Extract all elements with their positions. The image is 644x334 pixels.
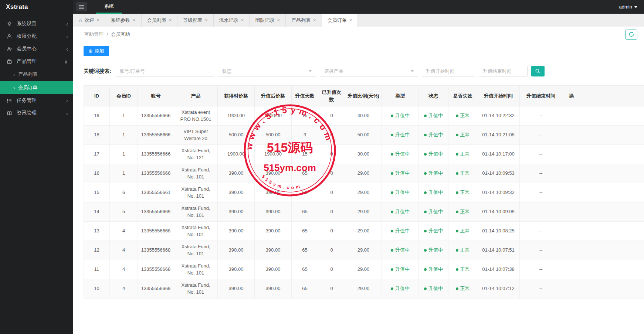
tab-close-icon[interactable]: × <box>241 17 244 23</box>
tab-close-icon[interactable]: × <box>205 17 208 23</box>
member-icon <box>7 46 15 52</box>
price-after: 390.00 <box>255 279 292 299</box>
end-time: -- <box>520 106 562 126</box>
operations <box>562 202 644 222</box>
end-time: -- <box>520 260 562 279</box>
search-button[interactable] <box>531 66 545 76</box>
breadcrumb-item[interactable]: 互助管理 <box>84 31 104 38</box>
start-time: 01-14 10:09:32 <box>477 183 520 202</box>
topnav-system[interactable]: 系统 <box>96 0 122 14</box>
column-header-10: 状态 <box>419 86 448 106</box>
start-time-input[interactable] <box>422 66 475 76</box>
caret-down-icon <box>634 6 637 8</box>
column-header-0: ID <box>84 86 110 106</box>
type-badge: 升值中 <box>382 126 419 145</box>
keyword-input[interactable] <box>116 66 214 76</box>
orders-table-wrap: ID会员ID账号产品获得时价格升值后价格升值天数已升值次数升值比例(天%)类型状… <box>84 85 644 299</box>
status-badge-label: 升值中 <box>428 132 443 137</box>
column-header-13: 升值结束时间 <box>520 86 562 106</box>
start-time: 01-14 10:07:38 <box>477 260 520 279</box>
sidebar-subitem-label: 会员订单 <box>18 84 37 91</box>
tab-close-icon[interactable]: × <box>96 17 99 23</box>
sidebar-item-5[interactable]: 资讯管理‹ <box>0 107 73 119</box>
price-acquired: 390.00 <box>218 183 255 202</box>
tab-close-icon[interactable]: × <box>349 17 352 23</box>
refresh-icon <box>628 31 634 37</box>
valid-badge-label: 正常 <box>460 209 470 214</box>
sidebar-item-2[interactable]: 会员中心‹ <box>0 42 73 55</box>
account: 13355556668 <box>138 279 174 299</box>
sidebar-subitem-3-0[interactable]: ›产品列表 <box>0 68 73 81</box>
start-time: 01-14 10:09:09 <box>477 202 520 222</box>
tab-1[interactable]: 系统参数× <box>105 14 142 27</box>
tab-label: 流水记录 <box>219 17 238 24</box>
green-dot-icon <box>391 268 393 271</box>
sidebar-item-label: 系统设置 <box>17 20 66 27</box>
product-select[interactable]: 选择产品 <box>320 66 418 76</box>
end-time: -- <box>520 241 562 260</box>
tab-2[interactable]: 会员列表× <box>142 14 178 27</box>
tab-5[interactable]: 团队记录× <box>250 14 286 27</box>
tab-close-icon[interactable]: × <box>169 17 172 23</box>
tab-4[interactable]: 流水记录× <box>214 14 250 27</box>
sidebar-item-1[interactable]: 权限分配‹ <box>0 30 73 42</box>
valid-badge: 正常 <box>448 164 477 183</box>
sidebar-item-3[interactable]: 产品管理∨ <box>0 55 73 68</box>
price-after: 390.00 <box>255 260 292 279</box>
tab-3[interactable]: 等级配置× <box>177 14 214 27</box>
type-badge-label: 升值中 <box>395 170 410 176</box>
appreciation-days: 65 <box>292 260 318 279</box>
status-select[interactable]: 状态 <box>218 66 316 76</box>
green-dot-icon <box>391 211 393 213</box>
tab-close-icon[interactable]: × <box>313 17 316 23</box>
valid-badge-label: 正常 <box>460 228 470 234</box>
sidebar-item-0[interactable]: 系统设置‹ <box>0 17 73 30</box>
appreciation-ratio: 29.00 <box>345 222 382 241</box>
start-time: 01-14 10:17:00 <box>477 145 520 164</box>
sidebar-item-4[interactable]: 任务管理‹ <box>0 94 73 107</box>
account: 13355556668 <box>138 241 174 260</box>
user-menu[interactable]: admin <box>619 4 637 10</box>
price-after: 1900.00 <box>255 145 292 164</box>
search-icon <box>535 68 540 74</box>
tab-0[interactable]: ⌂欢迎× <box>73 14 105 27</box>
valid-badge-label: 正常 <box>460 190 470 195</box>
sidebar-subitem-3-1[interactable]: ›会员订单 <box>0 81 73 94</box>
tab-close-icon[interactable]: × <box>133 17 136 23</box>
operations <box>562 164 644 183</box>
operations <box>562 241 644 260</box>
end-time-input[interactable] <box>479 66 528 76</box>
hamburger-menu-icon[interactable] <box>76 2 87 11</box>
order-id: 19 <box>84 106 110 126</box>
tab-7[interactable]: 会员订单× <box>322 14 358 27</box>
status-badge: 升值中 <box>419 126 448 145</box>
breadcrumb-separator: / <box>106 32 108 37</box>
tab-6[interactable]: 产品列表× <box>286 14 322 27</box>
green-dot-icon <box>456 230 458 232</box>
account: 13355556668 <box>138 222 174 241</box>
refresh-button[interactable] <box>625 30 637 40</box>
start-time: 01-14 10:08:25 <box>477 222 520 241</box>
status-badge: 升值中 <box>419 241 448 260</box>
status-badge: 升值中 <box>419 106 448 126</box>
chevron-down-icon <box>411 70 414 72</box>
tab-close-icon[interactable]: × <box>277 17 280 23</box>
sidebar-item-label: 会员中心 <box>17 45 66 52</box>
type-badge-label: 升值中 <box>395 266 410 272</box>
appreciation-ratio: 29.00 <box>345 202 382 222</box>
appreciation-ratio: 40.00 <box>345 106 382 126</box>
order-id: 13 <box>84 222 110 241</box>
green-dot-icon <box>424 287 427 290</box>
column-header-8: 升值比例(天%) <box>345 86 382 106</box>
app-root: Xstrata 系统设置‹权限分配‹会员中心‹产品管理∨›产品列表›会员订单任务… <box>0 0 644 334</box>
column-header-14: 操 <box>562 86 644 106</box>
valid-badge: 正常 <box>448 106 477 126</box>
sidebar-item-label: 资讯管理 <box>17 110 66 116</box>
add-button[interactable]: ⊕ 添加 <box>84 46 109 56</box>
home-icon: ⌂ <box>79 17 82 23</box>
order-id: 16 <box>84 164 110 183</box>
status-badge-label: 升值中 <box>428 266 443 272</box>
appreciation-times: 0 <box>318 222 345 241</box>
order-row-16: 16113355556666Xstrata Fund, No. 101390.0… <box>84 164 644 183</box>
type-badge: 升值中 <box>382 164 419 183</box>
